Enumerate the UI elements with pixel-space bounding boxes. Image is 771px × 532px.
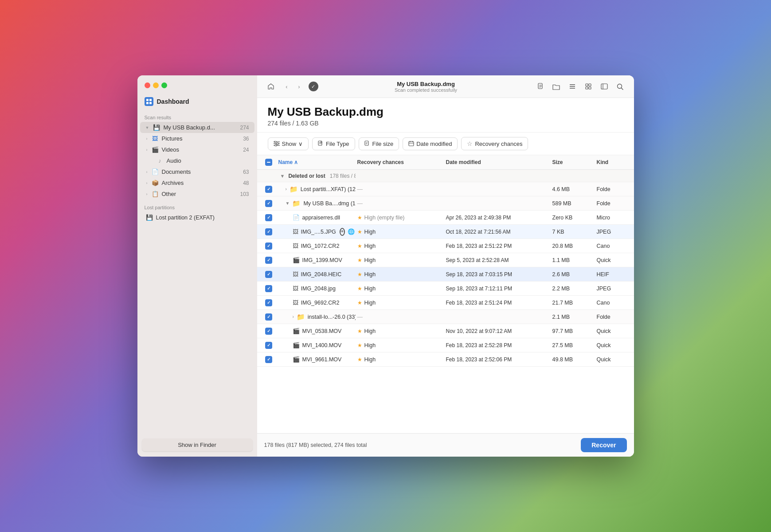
row-checkbox[interactable]: ✓	[265, 186, 272, 193]
chevron-icon: ›	[146, 170, 148, 174]
sidebar-pictures-count: 36	[243, 136, 249, 142]
row-checkbox[interactable]: ✓	[265, 328, 272, 335]
grid-view-icon[interactable]	[582, 80, 595, 93]
date-value: Sep 5, 2023 at 2:52:28 AM	[444, 256, 551, 265]
sidebar-item-other[interactable]: › 📋 Other 103	[140, 188, 254, 200]
table-row[interactable]: ✓ 🎬 MVI_9661.MOV ★ High Feb 18, 2023 at …	[257, 352, 634, 367]
table-row[interactable]: ✓ 🎬 IMG_1399.MOV ★ High Sep 5, 2023 at 2…	[257, 253, 634, 267]
minimize-button[interactable]	[153, 82, 159, 88]
col-recovery[interactable]: Recovery chances	[356, 158, 444, 167]
audio-icon: ♪	[156, 157, 164, 164]
table-row[interactable]: ✓ ▼ 📁 My USB Ba....dmg (157) — 589 MB Fo…	[257, 196, 634, 211]
recover-button[interactable]: Recover	[581, 438, 626, 452]
sidebar-item-audio[interactable]: ♪ Audio	[140, 155, 254, 166]
select-all-checkbox[interactable]	[265, 159, 272, 166]
date-value: Feb 18, 2023 at 2:52:06 PM	[444, 355, 551, 364]
selection-status: 178 files (817 MB) selected, 274 files t…	[264, 442, 367, 448]
row-checkbox[interactable]: ✓	[265, 356, 272, 363]
table-row[interactable]: ✓ › 📁 install-lo...-26.0 (33) — 2.1 MB F…	[257, 310, 634, 324]
folder-icon[interactable]	[550, 80, 563, 93]
sidebar-videos-count: 24	[243, 147, 249, 153]
date-modified-filter-button[interactable]: Date modified	[403, 137, 458, 150]
row-checkbox[interactable]: ✓	[265, 313, 272, 321]
sidebar-documents-label: Documents	[162, 168, 241, 175]
nav-arrows: ‹ ›	[281, 81, 305, 92]
sidebar-usb-label: My USB Backup.d...	[163, 124, 237, 131]
toolbar: ‹ › ✓ My USB Backup.dmg Scan completed s…	[257, 75, 634, 98]
file-table: Name ∧ Recovery chances Date modified Si…	[257, 155, 634, 433]
scan-results-label: Scan results	[137, 111, 257, 122]
page-title: My USB Backup.dmg	[268, 105, 623, 119]
recovery-value: High	[364, 243, 376, 249]
sidebar-item-archives[interactable]: › 📦 Archives 48	[140, 177, 254, 188]
star-icon: ★	[357, 271, 362, 278]
col-kind[interactable]: Kind	[595, 158, 630, 167]
table-row[interactable]: ✓ 📄 appraiserres.dll ★ High (empty file)…	[257, 211, 634, 225]
col-size[interactable]: Size	[551, 158, 595, 167]
recovery-chances-filter-button[interactable]: ☆ Recovery chances	[461, 137, 528, 150]
table-row[interactable]: ✓ 🖼 IMG_2048.HEIC ★ High Sep 18, 2023 at…	[257, 267, 634, 282]
table-row[interactable]: ✓ 🖼 IMG_....5.JPG 👁 🌐 ★ High Oct 18, 202…	[257, 225, 634, 239]
preview-icon[interactable]: 👁	[340, 228, 345, 236]
recovery-value: —	[357, 200, 363, 207]
row-checkbox[interactable]: ✓	[265, 299, 272, 306]
table-row[interactable]: ✓ 🖼 IMG_9692.CR2 ★ High Feb 18, 2023 at …	[257, 296, 634, 310]
table-row[interactable]: ✓ 🖼 IMG_2048.jpg ★ High Sep 18, 2023 at …	[257, 282, 634, 296]
file-size-filter-label: File size	[372, 141, 394, 147]
back-button[interactable]: ‹	[281, 81, 293, 92]
show-filter-button[interactable]: Show ∨	[268, 137, 309, 150]
sidebar: Dashboard Scan results ▼ 💾 My USB Backup…	[137, 75, 257, 457]
row-checkbox[interactable]: ✓	[265, 271, 272, 278]
home-button[interactable]	[264, 80, 278, 93]
sidebar-documents-count: 63	[243, 169, 249, 175]
svg-rect-7	[586, 84, 588, 86]
star-icon: ★	[357, 243, 362, 249]
row-checkbox[interactable]: ✓	[265, 200, 272, 207]
show-finder-button[interactable]: Show in Finder	[142, 438, 253, 451]
toolbar-title-area: My USB Backup.dmg Scan completed success…	[322, 81, 530, 93]
row-checkbox[interactable]: ✓	[265, 214, 272, 221]
sidebar-toggle-icon[interactable]	[598, 80, 611, 93]
row-checkbox[interactable]: ✓	[265, 342, 272, 349]
svg-rect-24	[365, 141, 368, 145]
table-row[interactable]: ✓ › 📁 Lost partiti...XFAT) (12) — 4.6 MB…	[257, 182, 634, 196]
svg-rect-11	[601, 84, 607, 89]
chevron-icon: ›	[146, 137, 148, 141]
maximize-button[interactable]	[161, 82, 167, 88]
size-value: 2.6 MB	[551, 270, 595, 279]
show-filter-chevron: ∨	[298, 141, 303, 147]
filter-bar: Show ∨ File Type File size Date modified…	[257, 133, 634, 155]
row-checkbox[interactable]: ✓	[265, 228, 272, 235]
sidebar-other-count: 103	[240, 191, 249, 197]
toolbar-filename: My USB Backup.dmg	[397, 81, 455, 87]
list-view-icon[interactable]	[566, 80, 579, 93]
svg-rect-21	[318, 141, 322, 145]
row-checkbox[interactable]: ✓	[265, 257, 272, 264]
row-checkbox[interactable]: ✓	[265, 243, 272, 250]
recovery-value: High (empty file)	[364, 215, 405, 221]
table-row[interactable]: ✓ 🖼 IMG_1072.CR2 ★ High Feb 18, 2023 at …	[257, 239, 634, 253]
table-row[interactable]: ✓ 🎬 MVI_0538.MOV ★ High Nov 10, 2022 at …	[257, 324, 634, 338]
search-icon[interactable]	[614, 80, 627, 93]
col-date[interactable]: Date modified	[444, 158, 551, 167]
close-button[interactable]	[145, 82, 150, 88]
col-name[interactable]: Name ∧	[277, 158, 356, 167]
sidebar-item-pictures[interactable]: › 🖼 Pictures 36	[140, 133, 254, 144]
dashboard-nav[interactable]: Dashboard	[137, 88, 257, 111]
file-size-filter-button[interactable]: File size	[359, 137, 399, 150]
filename: IMG_....5.JPG	[301, 229, 336, 235]
recovery-value: High	[364, 328, 376, 334]
sidebar-item-usb[interactable]: ▼ 💾 My USB Backup.d... 274	[140, 122, 254, 133]
new-file-icon[interactable]	[534, 80, 547, 93]
sidebar-item-documents[interactable]: › 📄 Documents 63	[140, 166, 254, 177]
table-row[interactable]: ✓ 🎬 MVI_1400.MOV ★ High Feb 18, 2023 at …	[257, 338, 634, 352]
size-value: 49.8 MB	[551, 355, 595, 364]
forward-button[interactable]: ›	[294, 81, 305, 92]
sidebar-item-lost-partition[interactable]: 💾 Lost partition 2 (EXFAT)	[140, 212, 254, 223]
sidebar-item-videos[interactable]: › 🎬 Videos 24	[140, 144, 254, 155]
recovery-value: —	[357, 186, 363, 192]
row-checkbox[interactable]: ✓	[265, 285, 272, 292]
chevron-icon: ▼	[145, 125, 149, 130]
globe-icon[interactable]: 🌐	[348, 228, 355, 235]
file-type-filter-button[interactable]: File Type	[312, 137, 355, 150]
